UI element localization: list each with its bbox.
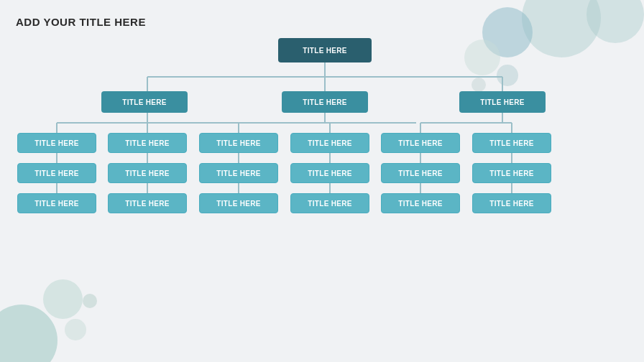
level3-node-1[interactable]: TITLE HERE	[108, 133, 187, 153]
level4-title-0[interactable]: TITLE HERE	[17, 163, 96, 183]
level4-title-2[interactable]: TITLE HERE	[199, 163, 278, 183]
level5-title-1[interactable]: TITLE HERE	[108, 193, 187, 213]
level5-node-5[interactable]: TITLE HERE	[472, 193, 551, 213]
level5-title-5[interactable]: TITLE HERE	[472, 193, 551, 213]
level2-title-0[interactable]: TITLE HERE	[101, 91, 188, 113]
level3-node-2[interactable]: TITLE HERE	[199, 133, 278, 153]
level4-node-0[interactable]: TITLE HERE	[17, 163, 96, 183]
level3-title-2[interactable]: TITLE HERE	[199, 133, 278, 153]
level2-node-0[interactable]: TITLE HERE	[101, 91, 188, 113]
level3-title-0[interactable]: TITLE HERE	[17, 133, 96, 153]
level5-title-4[interactable]: TITLE HERE	[381, 193, 460, 213]
level3-node-5[interactable]: TITLE HERE	[472, 133, 551, 153]
level2-node-2[interactable]: TITLE HERE	[459, 91, 546, 113]
page-title: ADD YOUR TITLE HERE	[16, 16, 631, 28]
level3-title-1[interactable]: TITLE HERE	[108, 133, 187, 153]
level3-title-5[interactable]: TITLE HERE	[472, 133, 551, 153]
level2-title-2[interactable]: TITLE HERE	[459, 91, 546, 113]
level5-title-2[interactable]: TITLE HERE	[199, 193, 278, 213]
level5-node-3[interactable]: TITLE HERE	[290, 193, 369, 213]
root-title[interactable]: TITLE HERE	[278, 38, 372, 62]
level5-title-0[interactable]: TITLE HERE	[17, 193, 96, 213]
level5-node-1[interactable]: TITLE HERE	[108, 193, 187, 213]
connector-lines	[16, 38, 634, 340]
main-content: ADD YOUR TITLE HERE	[0, 0, 644, 347]
level4-node-3[interactable]: TITLE HERE	[290, 163, 369, 183]
level4-node-4[interactable]: TITLE HERE	[381, 163, 460, 183]
level2-node-1[interactable]: TITLE HERE	[282, 91, 368, 113]
level5-node-0[interactable]: TITLE HERE	[17, 193, 96, 213]
level4-title-5[interactable]: TITLE HERE	[472, 163, 551, 183]
level5-title-3[interactable]: TITLE HERE	[290, 193, 369, 213]
level4-title-1[interactable]: TITLE HERE	[108, 163, 187, 183]
level3-title-3[interactable]: TITLE HERE	[290, 133, 369, 153]
level3-node-0[interactable]: TITLE HERE	[17, 133, 96, 153]
level4-title-3[interactable]: TITLE HERE	[290, 163, 369, 183]
level5-node-2[interactable]: TITLE HERE	[199, 193, 278, 213]
level4-node-1[interactable]: TITLE HERE	[108, 163, 187, 183]
level5-node-4[interactable]: TITLE HERE	[381, 193, 460, 213]
level3-node-4[interactable]: TITLE HERE	[381, 133, 460, 153]
level4-node-2[interactable]: TITLE HERE	[199, 163, 278, 183]
level3-node-3[interactable]: TITLE HERE	[290, 133, 369, 153]
level3-title-4[interactable]: TITLE HERE	[381, 133, 460, 153]
level4-title-4[interactable]: TITLE HERE	[381, 163, 460, 183]
root-node[interactable]: TITLE HERE	[278, 38, 372, 62]
level2-title-1[interactable]: TITLE HERE	[282, 91, 368, 113]
level4-node-5[interactable]: TITLE HERE	[472, 163, 551, 183]
